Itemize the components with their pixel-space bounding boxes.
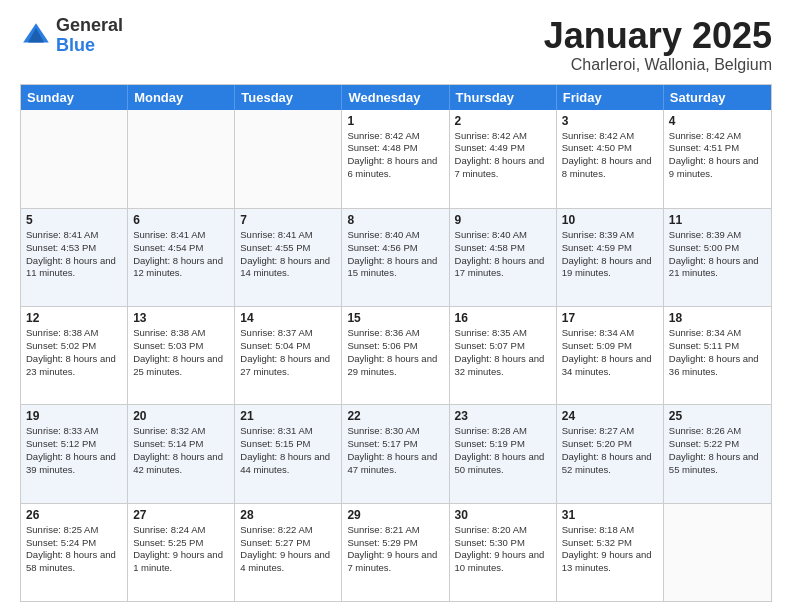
day-number: 20: [133, 409, 229, 423]
day-number: 4: [669, 114, 766, 128]
day-info: Sunrise: 8:37 AMSunset: 5:04 PMDaylight:…: [240, 327, 336, 378]
day-info: Sunrise: 8:33 AMSunset: 5:12 PMDaylight:…: [26, 425, 122, 476]
day-info: Sunrise: 8:30 AMSunset: 5:17 PMDaylight:…: [347, 425, 443, 476]
day-info: Sunrise: 8:42 AMSunset: 4:48 PMDaylight:…: [347, 130, 443, 181]
day-cell-30: 30Sunrise: 8:20 AMSunset: 5:30 PMDayligh…: [450, 504, 557, 601]
day-cell-24: 24Sunrise: 8:27 AMSunset: 5:20 PMDayligh…: [557, 405, 664, 502]
header: General Blue January 2025 Charleroi, Wal…: [20, 16, 772, 74]
day-cell-10: 10Sunrise: 8:39 AMSunset: 4:59 PMDayligh…: [557, 209, 664, 306]
day-number: 19: [26, 409, 122, 423]
day-number: 14: [240, 311, 336, 325]
day-number: 18: [669, 311, 766, 325]
week-row-4: 19Sunrise: 8:33 AMSunset: 5:12 PMDayligh…: [21, 404, 771, 502]
day-number: 5: [26, 213, 122, 227]
day-cell-4: 4Sunrise: 8:42 AMSunset: 4:51 PMDaylight…: [664, 110, 771, 208]
week-row-2: 5Sunrise: 8:41 AMSunset: 4:53 PMDaylight…: [21, 208, 771, 306]
day-info: Sunrise: 8:36 AMSunset: 5:06 PMDaylight:…: [347, 327, 443, 378]
week-row-1: 1Sunrise: 8:42 AMSunset: 4:48 PMDaylight…: [21, 110, 771, 208]
day-number: 29: [347, 508, 443, 522]
day-info: Sunrise: 8:39 AMSunset: 5:00 PMDaylight:…: [669, 229, 766, 280]
header-day-friday: Friday: [557, 85, 664, 110]
day-info: Sunrise: 8:41 AMSunset: 4:55 PMDaylight:…: [240, 229, 336, 280]
day-number: 15: [347, 311, 443, 325]
day-cell-11: 11Sunrise: 8:39 AMSunset: 5:00 PMDayligh…: [664, 209, 771, 306]
day-cell-25: 25Sunrise: 8:26 AMSunset: 5:22 PMDayligh…: [664, 405, 771, 502]
day-cell-3: 3Sunrise: 8:42 AMSunset: 4:50 PMDaylight…: [557, 110, 664, 208]
day-cell-14: 14Sunrise: 8:37 AMSunset: 5:04 PMDayligh…: [235, 307, 342, 404]
day-number: 11: [669, 213, 766, 227]
day-number: 13: [133, 311, 229, 325]
day-info: Sunrise: 8:35 AMSunset: 5:07 PMDaylight:…: [455, 327, 551, 378]
title-block: January 2025 Charleroi, Wallonia, Belgiu…: [544, 16, 772, 74]
day-info: Sunrise: 8:41 AMSunset: 4:54 PMDaylight:…: [133, 229, 229, 280]
day-cell-2: 2Sunrise: 8:42 AMSunset: 4:49 PMDaylight…: [450, 110, 557, 208]
day-info: Sunrise: 8:18 AMSunset: 5:32 PMDaylight:…: [562, 524, 658, 575]
day-cell-28: 28Sunrise: 8:22 AMSunset: 5:27 PMDayligh…: [235, 504, 342, 601]
day-cell-17: 17Sunrise: 8:34 AMSunset: 5:09 PMDayligh…: [557, 307, 664, 404]
day-cell-21: 21Sunrise: 8:31 AMSunset: 5:15 PMDayligh…: [235, 405, 342, 502]
day-info: Sunrise: 8:34 AMSunset: 5:09 PMDaylight:…: [562, 327, 658, 378]
day-number: 22: [347, 409, 443, 423]
day-cell-18: 18Sunrise: 8:34 AMSunset: 5:11 PMDayligh…: [664, 307, 771, 404]
logo: General Blue: [20, 16, 123, 56]
week-row-3: 12Sunrise: 8:38 AMSunset: 5:02 PMDayligh…: [21, 306, 771, 404]
empty-cell: [664, 504, 771, 601]
day-cell-8: 8Sunrise: 8:40 AMSunset: 4:56 PMDaylight…: [342, 209, 449, 306]
day-number: 16: [455, 311, 551, 325]
day-cell-13: 13Sunrise: 8:38 AMSunset: 5:03 PMDayligh…: [128, 307, 235, 404]
header-day-tuesday: Tuesday: [235, 85, 342, 110]
calendar-header: SundayMondayTuesdayWednesdayThursdayFrid…: [21, 85, 771, 110]
day-cell-29: 29Sunrise: 8:21 AMSunset: 5:29 PMDayligh…: [342, 504, 449, 601]
day-info: Sunrise: 8:21 AMSunset: 5:29 PMDaylight:…: [347, 524, 443, 575]
day-info: Sunrise: 8:34 AMSunset: 5:11 PMDaylight:…: [669, 327, 766, 378]
day-info: Sunrise: 8:27 AMSunset: 5:20 PMDaylight:…: [562, 425, 658, 476]
day-info: Sunrise: 8:24 AMSunset: 5:25 PMDaylight:…: [133, 524, 229, 575]
day-info: Sunrise: 8:22 AMSunset: 5:27 PMDaylight:…: [240, 524, 336, 575]
day-number: 24: [562, 409, 658, 423]
day-number: 17: [562, 311, 658, 325]
day-number: 1: [347, 114, 443, 128]
day-info: Sunrise: 8:38 AMSunset: 5:02 PMDaylight:…: [26, 327, 122, 378]
logo-blue-text: Blue: [56, 36, 123, 56]
day-cell-27: 27Sunrise: 8:24 AMSunset: 5:25 PMDayligh…: [128, 504, 235, 601]
empty-cell: [235, 110, 342, 208]
header-day-monday: Monday: [128, 85, 235, 110]
day-info: Sunrise: 8:32 AMSunset: 5:14 PMDaylight:…: [133, 425, 229, 476]
header-day-sunday: Sunday: [21, 85, 128, 110]
calendar: SundayMondayTuesdayWednesdayThursdayFrid…: [20, 84, 772, 602]
day-info: Sunrise: 8:42 AMSunset: 4:51 PMDaylight:…: [669, 130, 766, 181]
empty-cell: [21, 110, 128, 208]
empty-cell: [128, 110, 235, 208]
day-info: Sunrise: 8:28 AMSunset: 5:19 PMDaylight:…: [455, 425, 551, 476]
day-number: 10: [562, 213, 658, 227]
day-number: 8: [347, 213, 443, 227]
header-day-wednesday: Wednesday: [342, 85, 449, 110]
day-number: 27: [133, 508, 229, 522]
day-cell-6: 6Sunrise: 8:41 AMSunset: 4:54 PMDaylight…: [128, 209, 235, 306]
day-number: 9: [455, 213, 551, 227]
day-number: 28: [240, 508, 336, 522]
day-number: 6: [133, 213, 229, 227]
day-cell-9: 9Sunrise: 8:40 AMSunset: 4:58 PMDaylight…: [450, 209, 557, 306]
day-info: Sunrise: 8:31 AMSunset: 5:15 PMDaylight:…: [240, 425, 336, 476]
logo-icon: [20, 20, 52, 52]
day-number: 31: [562, 508, 658, 522]
day-number: 3: [562, 114, 658, 128]
day-info: Sunrise: 8:40 AMSunset: 4:56 PMDaylight:…: [347, 229, 443, 280]
day-cell-5: 5Sunrise: 8:41 AMSunset: 4:53 PMDaylight…: [21, 209, 128, 306]
day-info: Sunrise: 8:41 AMSunset: 4:53 PMDaylight:…: [26, 229, 122, 280]
day-cell-1: 1Sunrise: 8:42 AMSunset: 4:48 PMDaylight…: [342, 110, 449, 208]
day-info: Sunrise: 8:25 AMSunset: 5:24 PMDaylight:…: [26, 524, 122, 575]
title-location: Charleroi, Wallonia, Belgium: [544, 56, 772, 74]
day-number: 26: [26, 508, 122, 522]
day-info: Sunrise: 8:39 AMSunset: 4:59 PMDaylight:…: [562, 229, 658, 280]
day-cell-22: 22Sunrise: 8:30 AMSunset: 5:17 PMDayligh…: [342, 405, 449, 502]
day-number: 7: [240, 213, 336, 227]
calendar-body: 1Sunrise: 8:42 AMSunset: 4:48 PMDaylight…: [21, 110, 771, 601]
day-number: 23: [455, 409, 551, 423]
page: General Blue January 2025 Charleroi, Wal…: [0, 0, 792, 612]
day-info: Sunrise: 8:40 AMSunset: 4:58 PMDaylight:…: [455, 229, 551, 280]
day-info: Sunrise: 8:20 AMSunset: 5:30 PMDaylight:…: [455, 524, 551, 575]
header-day-saturday: Saturday: [664, 85, 771, 110]
day-cell-20: 20Sunrise: 8:32 AMSunset: 5:14 PMDayligh…: [128, 405, 235, 502]
